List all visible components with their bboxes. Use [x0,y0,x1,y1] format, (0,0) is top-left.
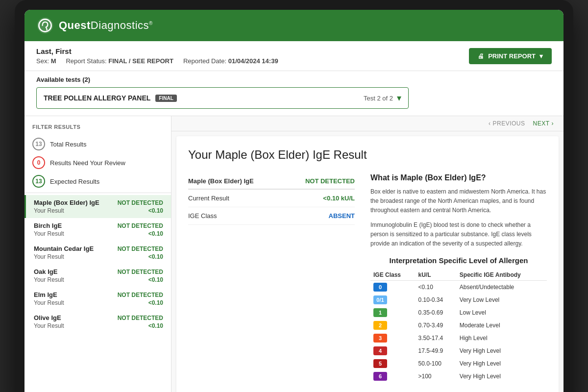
test-item-status: NOT DETECTED [118,245,163,252]
device-frame: QuestDiagnostics® Last, First Sex: M Rep… [15,0,573,392]
ige-kul-cell: <0.10 [416,281,457,294]
info-title: What is Maple (Box Elder) IgE? [370,173,547,182]
test-item-result: Your Result <0.10 [34,230,163,237]
result-table-row: IGE Class ABSENT [188,207,355,225]
result-row-value: <0.10 kU/L [283,189,355,207]
test-item-result: Your Result <0.10 [34,253,163,260]
result-right: What is Maple (Box Elder) IgE? Box elder… [370,173,547,383]
sidebar: FILTER RESULTS 13 Total Results 0 Result… [24,116,172,392]
next-button[interactable]: NEXT › [533,120,554,127]
test-item-status: NOT DETECTED [118,292,163,298]
ige-class-badge: 0 [373,283,387,292]
filter-expected-results[interactable]: 13 Expected Results [24,172,171,191]
patient-info: Last, First Sex: M Report Status: FINAL … [36,47,278,65]
ige-class-badge: 1 [373,308,387,317]
ige-class-cell: 4 [370,344,416,357]
main-content: FILTER RESULTS 13 Total Results 0 Result… [24,116,564,392]
result-row-label: IGE Class [188,207,283,225]
ige-antibody-cell: Absent/Undetectable [457,281,547,294]
ige-class-cell: 0/1 [370,294,416,306]
total-results-label: Total Results [50,141,86,148]
ige-table-row: 2 0.70-3.49 Moderate Level [370,319,547,332]
screen: QuestDiagnostics® Last, First Sex: M Rep… [24,10,564,392]
test-list: Maple (Box Elder) IgE NOT DETECTED Your … [24,195,171,333]
header: QuestDiagnostics® [24,10,564,41]
printer-icon: 🖨 [478,52,484,60]
test-item-status: NOT DETECTED [118,315,163,321]
result-table-row: Current Result <0.10 kU/L [188,189,355,207]
sidebar-divider [24,193,171,193]
ige-antibody-cell: Very High Level [457,357,547,370]
test-item-status: NOT DETECTED [118,269,163,275]
ige-table-row: 4 17.5-49.9 Very High Level [370,344,547,357]
selected-test-name: TREE POLLEN ALLERGY PANEL FINAL [44,94,177,102]
ige-antibody-cell: Very High Level [457,370,547,383]
expected-results-badge: 13 [32,175,45,188]
filter-needs-review[interactable]: 0 Results Need Your Review [24,153,171,172]
test-item-name: Oak IgE NOT DETECTED [34,268,163,275]
ige-antibody-cell: Low Level [457,306,547,319]
ige-class-badge: 6 [373,372,387,381]
test-item-result: Your Result <0.10 [34,276,163,283]
result-row-label: Current Result [188,189,283,207]
final-badge: FINAL [155,95,176,102]
result-nav: ‹ PREVIOUS NEXT › [172,116,564,131]
test-item-name: Birch IgE NOT DETECTED [34,222,163,229]
patient-name: Last, First [36,47,278,55]
ige-kul-cell: 0.35-0.69 [416,306,457,319]
filter-total-results[interactable]: 13 Total Results [24,135,171,153]
ige-kul-cell: 0.70-3.49 [416,319,457,332]
ige-class-badge: 2 [373,321,387,330]
ige-table-row: 0/1 0.10-0.34 Very Low Level [370,294,547,306]
test-list-item[interactable]: Olive IgE NOT DETECTED Your Result <0.10 [24,310,171,333]
test-list-item[interactable]: Birch IgE NOT DETECTED Your Result <0.10 [24,218,171,241]
filter-label: FILTER RESULTS [24,124,171,135]
ige-col-antibody: Specific IGE Antibody [457,270,547,281]
test-list-item[interactable]: Maple (Box Elder) IgE NOT DETECTED Your … [24,195,171,218]
ige-class-cell: 6 [370,370,416,383]
result-body: Maple (Box Elder) IgE NOT DETECTED Curre… [188,173,547,383]
result-content: Your Maple (Box Elder) IgE Result Maple … [176,136,559,392]
test-item-result: Your Result <0.10 [34,322,163,329]
result-left: Maple (Box Elder) IgE NOT DETECTED Curre… [188,173,355,383]
total-results-badge: 13 [32,138,45,150]
patient-bar: Last, First Sex: M Report Status: FINAL … [24,41,564,71]
needs-review-label: Results Need Your Review [50,159,125,167]
ige-col-class: IGE Class [370,270,416,281]
ige-class-badge: 3 [373,334,387,343]
test-list-item[interactable]: Elm IgE NOT DETECTED Your Result <0.10 [24,287,171,310]
result-col-header-name: Maple (Box Elder) IgE [188,173,283,189]
expected-results-label: Expected Results [50,178,99,185]
previous-button[interactable]: ‹ PREVIOUS [489,120,525,127]
ige-kul-cell: 3.50-17.4 [416,332,457,344]
result-table: Maple (Box Elder) IgE NOT DETECTED Curre… [188,173,355,225]
ige-table-row: 0 <0.10 Absent/Undetectable [370,281,547,294]
ige-kul-cell: >100 [416,370,457,383]
test-item-result: Your Result <0.10 [34,299,163,306]
ige-class-badge: 5 [373,359,387,368]
print-report-button[interactable]: 🖨 PRINT REPORT ▾ [469,48,552,64]
ige-class-badge: 4 [373,346,387,355]
test-item-name: Olive IgE NOT DETECTED [34,314,163,321]
test-selector[interactable]: TREE POLLEN ALLERGY PANEL FINAL Test 2 o… [36,87,409,109]
ige-table: IGE Class kU/L Specific IGE Antibody 0 <… [370,270,547,383]
ige-class-cell: 5 [370,357,416,370]
test-list-item[interactable]: Mountain Cedar IgE NOT DETECTED Your Res… [24,241,171,264]
result-title: Your Maple (Box Elder) IgE Result [188,148,547,162]
test-item-result: Your Result <0.10 [34,207,163,214]
needs-review-badge: 0 [32,156,45,169]
test-list-item[interactable]: Oak IgE NOT DETECTED Your Result <0.10 [24,264,171,287]
ige-table-row: 3 3.50-17.4 High Level [370,332,547,344]
available-tests-label: Available tests (2) [36,76,552,83]
ige-table-row: 1 0.35-0.69 Low Level [370,306,547,319]
sex-info: Sex: M [36,57,56,65]
ige-kul-cell: 50.0-100 [416,357,457,370]
reported-date-info: Reported Date: 01/04/2024 14:39 [183,57,278,65]
ige-antibody-cell: High Level [457,332,547,344]
info-text-1: Box elder is native to eastern and midwe… [370,187,547,216]
chevron-left-icon: ‹ [489,120,491,127]
ige-class-cell: 1 [370,306,416,319]
quest-logo-icon [36,17,54,34]
test-item-name: Maple (Box Elder) IgE NOT DETECTED [34,199,163,206]
chevron-right-icon: › [552,120,554,127]
